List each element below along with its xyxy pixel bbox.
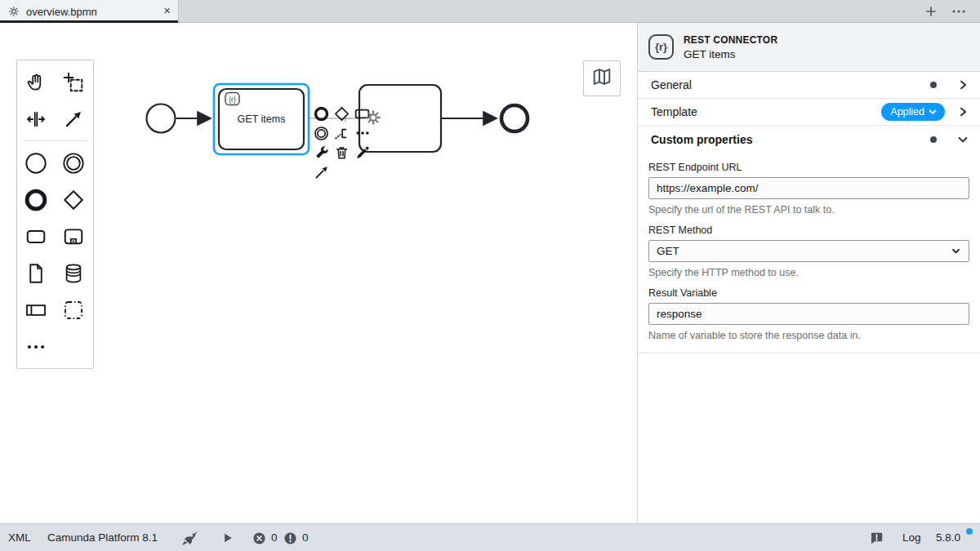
rest-method-description: Specify the HTTP method to use. [648, 267, 969, 278]
create-data-store-icon[interactable] [55, 255, 92, 291]
log-toggle[interactable]: Log [902, 524, 921, 551]
badge-text: {r} [229, 96, 236, 104]
warning-count: 0 [302, 524, 309, 551]
lasso-tool-icon[interactable] [55, 64, 92, 100]
custom-filled-dot-indicator [930, 136, 937, 143]
app-version[interactable]: 5.8.0 [936, 524, 960, 551]
status-bar: XML Camunda Platform 8.1 0 0 Log [0, 523, 980, 551]
result-variable-label: Result Variable [648, 287, 969, 299]
set-color-brush-icon[interactable] [352, 143, 372, 162]
create-data-object-icon[interactable] [17, 255, 55, 291]
element-type-label: REST CONNECTOR [684, 34, 777, 46]
global-connect-tool-icon[interactable] [55, 100, 92, 137]
endpoint-url-description: Specify the url of the REST API to talk … [648, 204, 969, 216]
minimap-toggle-button[interactable] [583, 60, 621, 96]
section-template-label: Template [651, 105, 881, 118]
space-tool-icon[interactable] [17, 100, 55, 137]
rest-method-label: REST Method [648, 224, 969, 236]
chevron-down-icon[interactable] [956, 133, 969, 146]
section-general[interactable]: General [638, 72, 980, 99]
template-applied-label: Applied [890, 106, 924, 118]
format-xml-button[interactable]: XML [8, 524, 31, 551]
template-gear-icon[interactable] [365, 109, 381, 129]
create-end-event-icon[interactable] [17, 181, 55, 218]
append-intermediate-event-icon[interactable] [311, 123, 332, 143]
task-get-items-shape[interactable]: {r} GET items [214, 84, 309, 154]
endpoint-url-label: REST Endpoint URL [648, 162, 969, 173]
endpoint-url-input[interactable] [648, 177, 969, 199]
start-event-shape[interactable] [147, 104, 176, 133]
end-event-shape[interactable] [501, 105, 528, 131]
result-variable-description: Name of variable to store the response d… [648, 330, 969, 341]
hand-tool-icon[interactable] [17, 64, 55, 100]
append-text-annotation-icon[interactable] [332, 123, 352, 143]
window-menu-ellipsis-icon[interactable] [951, 7, 966, 16]
rest-method-select[interactable]: GET [648, 240, 969, 262]
engine-version-button[interactable]: Camunda Platform 8.1 [47, 524, 158, 551]
camunda-modeler-window: overview.bpmn × [0, 0, 980, 551]
tab-bar: overview.bpmn × [0, 0, 980, 23]
general-filled-dot-indicator [930, 82, 937, 88]
bpmn-file-gear-icon [8, 6, 20, 17]
connect-arrow-icon[interactable] [311, 162, 332, 182]
create-group-icon[interactable] [55, 291, 92, 328]
new-tab-plus-icon[interactable] [924, 4, 938, 19]
map-icon [591, 66, 612, 91]
append-end-event-icon[interactable] [311, 104, 332, 123]
chevron-down-icon [951, 246, 961, 256]
create-intermediate-event-icon[interactable] [55, 144, 92, 181]
context-pad [311, 104, 373, 182]
palette-more-ellipsis-icon[interactable] [17, 328, 55, 365]
bpmn-canvas[interactable]: {r} GET items [0, 23, 637, 523]
section-custom-properties[interactable]: Custom properties [638, 126, 980, 153]
deploy-rocket-icon[interactable] [180, 524, 198, 551]
tab-title: overview.bpmn [26, 6, 97, 18]
template-applied-badge[interactable]: Applied [881, 103, 945, 121]
palette-separator [23, 140, 87, 141]
update-available-dot [966, 528, 973, 535]
section-general-label: General [651, 78, 930, 91]
create-start-event-icon[interactable] [17, 144, 55, 181]
section-template[interactable]: Template Applied [638, 99, 980, 126]
tab-overview-bpmn[interactable]: overview.bpmn × [0, 0, 179, 23]
bpmn-diagram: {r} GET items [0, 23, 637, 523]
close-icon[interactable]: × [163, 3, 171, 18]
chevron-right-icon[interactable] [956, 105, 969, 118]
create-participant-icon[interactable] [17, 291, 55, 328]
properties-panel: {r} REST CONNECTOR GET items General Tem… [637, 23, 980, 523]
chevron-right-icon[interactable] [956, 78, 969, 91]
chevron-down-icon [928, 107, 938, 117]
feedback-icon[interactable] [869, 524, 884, 551]
create-subprocess-icon[interactable] [55, 218, 92, 255]
create-gateway-icon[interactable] [55, 181, 92, 218]
custom-properties-fields: REST Endpoint URL Specify the url of the… [638, 162, 980, 353]
append-gateway-icon[interactable] [332, 104, 352, 123]
start-instance-play-icon[interactable] [220, 524, 234, 551]
rest-connector-icon: {r} [648, 34, 674, 60]
result-variable-input[interactable] [648, 303, 969, 325]
error-count: 0 [271, 524, 278, 551]
properties-header: {r} REST CONNECTOR GET items [638, 23, 980, 72]
warning-icon[interactable] [283, 524, 297, 551]
section-custom-properties-label: Custom properties [651, 133, 930, 146]
element-name-label: GET items [684, 48, 777, 60]
rest-method-value: GET [657, 245, 679, 257]
change-type-wrench-icon[interactable] [311, 143, 332, 162]
error-icon[interactable] [252, 524, 266, 551]
task-label: GET items [238, 113, 286, 125]
palette [16, 60, 94, 369]
delete-trash-icon[interactable] [332, 143, 352, 162]
create-task-icon[interactable] [17, 218, 55, 255]
